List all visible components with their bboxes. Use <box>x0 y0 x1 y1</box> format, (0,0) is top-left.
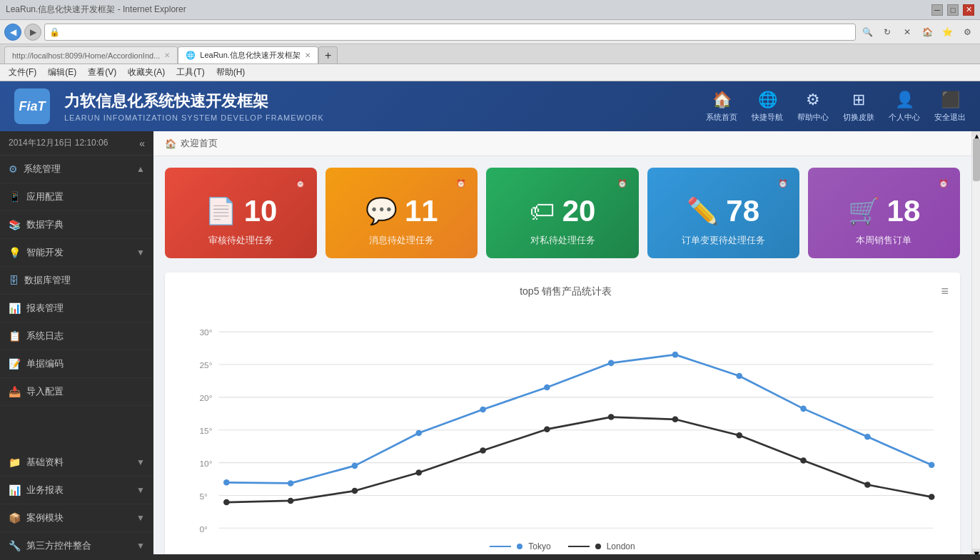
nav-logout[interactable]: ⬛ 安全退出 <box>934 91 966 123</box>
sidebar-item-import[interactable]: 📥 导入配置 <box>0 378 153 406</box>
scroll-up-button[interactable]: ▲ <box>972 131 980 137</box>
sidebar-item-dbmgr[interactable]: 🗄 数据库管理 <box>0 267 153 295</box>
card-2-icon: 💬 <box>365 196 398 226</box>
nav-help[interactable]: ⚙ 帮助中心 <box>797 91 829 123</box>
stat-card-5-top: ⏰ <box>819 179 949 188</box>
tab-2-close[interactable]: ✕ <box>305 51 310 59</box>
stat-card-2[interactable]: ⏰ 💬 11 消息待处理任务 <box>325 168 478 258</box>
tools-button[interactable]: ⚙ <box>959 24 976 41</box>
sidebar-item-basicdata[interactable]: 📁 基础资料 ▼ <box>0 449 153 477</box>
sidebar-item-bizreport[interactable]: 📊 业务报表 ▼ <box>0 477 153 504</box>
tab-2-icon: 🌐 <box>186 51 196 60</box>
chart-menu-button[interactable]: ≡ <box>941 284 949 299</box>
scrollbar-thumb[interactable] <box>973 138 980 181</box>
logout-icon: ⬛ <box>941 91 960 109</box>
stat-card-4-top: ⏰ <box>659 179 788 188</box>
home-nav-button[interactable]: 🏠 <box>919 24 936 41</box>
nav-logout-label: 安全退出 <box>934 112 966 123</box>
chart-svg: 0° 5° 10° 15° 20° 25° 30° <box>176 307 949 536</box>
search-button[interactable]: 🔍 <box>859 24 876 41</box>
app-header: FiaT 力软信息化系统快速开发框架 LEARUN INFOMATIZATION… <box>0 81 980 131</box>
address-bar[interactable]: 🔒 http://localhost:8099/Home/AccordionIn… <box>44 24 856 41</box>
nav-skin[interactable]: ⊞ 切换皮肤 <box>843 91 874 123</box>
menu-file[interactable]: 文件(F) <box>3 65 42 80</box>
close-button[interactable]: ✕ <box>963 4 974 16</box>
card-1-icon: 📄 <box>205 196 237 226</box>
london-dot-2 <box>288 498 294 504</box>
url-input[interactable]: http://localhost:8099/Home/AccordionInd.… <box>63 28 851 36</box>
sysadmin-icon: ⚙ <box>9 163 18 175</box>
sidebar-label-sysadmin: 系统管理 <box>24 163 61 175</box>
tab-1-label: http://localhost:8099/Home/AccordionInd.… <box>12 51 160 60</box>
sidebar-item-aidev[interactable]: 💡 智能开发 ▼ <box>0 239 153 267</box>
sidebar-item-thirdparty[interactable]: 🔧 第三方控件整合 ▼ <box>0 532 153 554</box>
sidebar-label-syslog: 系统日志 <box>26 330 64 342</box>
nav-quick[interactable]: 🌐 快捷导航 <box>752 91 783 123</box>
sidebar-item-sysadmin-left: ⚙ 系统管理 <box>9 163 61 175</box>
stat-card-5[interactable]: ⏰ 🛒 18 本周销售订单 <box>808 168 960 258</box>
menu-tools[interactable]: 工具(T) <box>171 65 210 80</box>
sidebar-item-report[interactable]: 📊 报表管理 <box>0 295 153 322</box>
sidebar-item-datadict[interactable]: 📚 数据字典 <box>0 211 153 239</box>
basicdata-icon: 📁 <box>9 457 21 468</box>
maximize-button[interactable]: □ <box>947 4 959 16</box>
breadcrumb-label: 欢迎首页 <box>181 137 218 150</box>
sidebar-item-doccode[interactable]: 📝 单据编码 <box>0 350 153 378</box>
nav-user[interactable]: 👤 个人中心 <box>889 91 920 123</box>
logo-text: FiaT <box>19 99 45 114</box>
gear-icon: ⚙ <box>806 91 820 109</box>
stat-card-4-body: ✏️ 78 <box>687 194 759 228</box>
chart-legend: Tokyo London <box>176 541 949 551</box>
breadcrumb-home-icon[interactable]: 🏠 <box>165 138 176 149</box>
basicdata-arrow-icon: ▼ <box>136 457 145 467</box>
sidebar-item-sysadmin[interactable]: ⚙ 系统管理 ▲ <box>0 156 153 183</box>
forward-button[interactable]: ▶ <box>24 24 41 41</box>
card-2-label: 消息待处理任务 <box>369 234 434 247</box>
sidebar-item-syslog[interactable]: 📋 系统日志 <box>0 322 153 350</box>
nav-home[interactable]: 🏠 系统首页 <box>706 91 737 123</box>
refresh-button[interactable]: ↻ <box>879 24 896 41</box>
card-4-label: 订单变更待处理任务 <box>682 234 765 247</box>
scroll-down-button[interactable]: ▼ <box>972 549 980 554</box>
tokyo-line <box>226 355 931 483</box>
sidebar-label-aidev: 智能开发 <box>26 246 64 259</box>
tokyo-dot-12 <box>929 462 935 469</box>
appconfig-icon: 📱 <box>9 191 21 203</box>
tokyo-dot-11 <box>864 434 871 440</box>
nav-skin-label: 切换皮肤 <box>843 112 874 123</box>
menu-edit[interactable]: 编辑(E) <box>42 65 82 80</box>
svg-text:30°: 30° <box>199 328 212 338</box>
app: FiaT 力软信息化系统快速开发框架 LEARUN INFOMATIZATION… <box>0 81 980 554</box>
sidebar-item-casemodule[interactable]: 📦 案例模块 ▼ <box>0 504 153 532</box>
nav-help-label: 帮助中心 <box>797 112 829 123</box>
favorites-button[interactable]: ⭐ <box>939 24 956 41</box>
stat-card-3[interactable]: ⏰ 🏷 20 对私待处理任务 <box>486 168 638 258</box>
import-icon: 📥 <box>9 386 21 397</box>
back-button[interactable]: ◀ <box>4 24 21 41</box>
menu-help[interactable]: 帮助(H) <box>211 65 251 80</box>
menu-favorites[interactable]: 收藏夹(A) <box>122 65 171 80</box>
stat-card-1[interactable]: ⏰ 📄 10 审核待处理任务 <box>165 168 317 258</box>
datadict-icon: 📚 <box>9 219 21 230</box>
minimize-button[interactable]: ─ <box>931 4 943 16</box>
right-scrollbar[interactable]: ▲ ▼ <box>971 131 980 554</box>
sidebar-label-import: 导入配置 <box>26 385 64 398</box>
lock-icon: 🔒 <box>49 27 60 37</box>
sidebar-item-appconfig[interactable]: 📱 应用配置 <box>0 183 153 211</box>
tab-1-close[interactable]: ✕ <box>164 51 170 59</box>
menu-view[interactable]: 查看(V) <box>82 65 122 80</box>
tab-2[interactable]: 🌐 LeaRun.信息化快速开发框架 ✕ <box>178 46 318 63</box>
sidebar-label-casemodule: 案例模块 <box>26 511 64 524</box>
new-tab-button[interactable]: + <box>318 46 338 63</box>
tab-1[interactable]: http://localhost:8099/Home/AccordionInd.… <box>4 46 178 63</box>
stat-card-2-top: ⏰ <box>337 179 466 188</box>
tokyo-dot-10 <box>800 406 807 412</box>
sidebar-item-thirdparty-left: 🔧 第三方控件整合 <box>9 539 91 552</box>
stop-button[interactable]: ✕ <box>899 24 916 41</box>
london-dot-12 <box>929 494 935 500</box>
stat-card-5-body: 🛒 18 <box>848 194 921 228</box>
stat-card-4[interactable]: ⏰ ✏️ 78 订单变更待处理任务 <box>647 168 799 258</box>
sidebar-collapse-button[interactable]: « <box>139 138 145 149</box>
nav-user-label: 个人中心 <box>889 112 920 123</box>
london-dot-3 <box>352 488 358 494</box>
